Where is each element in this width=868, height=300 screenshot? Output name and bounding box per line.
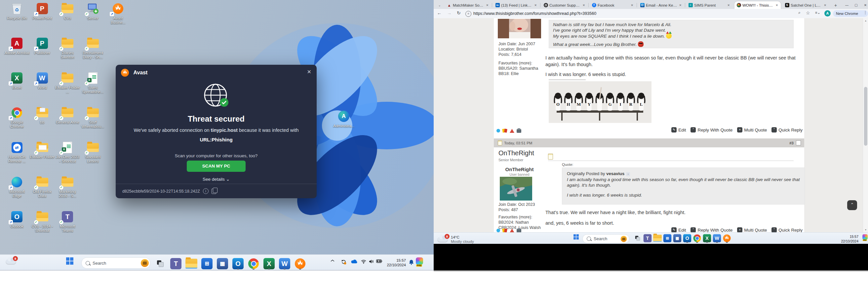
bookmark-star-icon[interactable]: ☆ (806, 10, 810, 15)
taskbar-search-input[interactable]: Search (582, 234, 629, 243)
taskbar-word-button[interactable]: W (279, 257, 290, 270)
taskbar-chrome-button[interactable] (248, 257, 259, 270)
scrollbar-down-arrow[interactable]: ▼ (863, 229, 868, 231)
taskbar-outlook-button[interactable]: O (682, 233, 693, 243)
desktop-icon-jan-dec-2023-shortcut[interactable]: X✓Jan-Dec 2023 - Shortcut (55, 141, 80, 164)
desktop-icon-emailer-folder[interactable]: ✓EMailer Folder ... (55, 71, 80, 94)
desktop-icon-adobe-acrobat[interactable]: A↗Adobe Acrobat (4, 37, 29, 55)
ip-log-icon[interactable] (517, 129, 521, 133)
desktop-icon-microsoft-teams[interactable]: T✓Microsoft Teams (55, 210, 80, 233)
taskbar-excel-button[interactable]: X (264, 257, 275, 270)
search-highlight-icon[interactable] (141, 259, 149, 267)
desktop-icon-staff-whereabou[interactable]: ✓Staff Whereabou... (80, 106, 105, 129)
notification-bell-icon[interactable] (408, 259, 414, 265)
quick-reply-button[interactable]: “Quick Reply (772, 127, 803, 132)
taskbar-taskview-button[interactable] (632, 233, 643, 243)
zoom-icon[interactable]: ⌕ (798, 10, 801, 15)
window-close-button[interactable]: ✕ (861, 1, 868, 9)
infraction-cards-icon[interactable] (502, 228, 507, 232)
desktop-icon-cvs[interactable]: ✓CVs (55, 2, 80, 21)
taskbar-avast-button[interactable] (294, 257, 306, 270)
copy-icon[interactable] (212, 189, 216, 194)
window-maximize-button[interactable]: ▢ (852, 1, 860, 9)
taskbar-avast-button[interactable] (721, 233, 733, 243)
sync-update-icon[interactable] (341, 259, 346, 265)
forward-icon[interactable]: → (447, 10, 452, 15)
desktop-icon-microsoft-edge[interactable]: ↗Microsoft Edge (4, 175, 29, 198)
desktop-icon-general-anne[interactable]: ✓General Anne (55, 106, 80, 125)
scan-my-pc-button[interactable]: SCAN MY PC (187, 161, 246, 172)
weather-widget[interactable]: 8 (6, 259, 16, 264)
wifi-icon[interactable] (361, 259, 366, 264)
edit-button[interactable]: ✎Edit (671, 127, 686, 132)
copilot-button[interactable]: PRE (861, 233, 868, 240)
desktop-icon-outlook[interactable]: O↗Outlook (4, 210, 29, 229)
desktop-icon-diaries-swinton[interactable]: ✓Diaries Swinton (55, 37, 80, 60)
desktop-icon-marketing-2016-s[interactable]: ✓Marketing 2016 - S... (55, 175, 80, 198)
browser-tab-email-anne-kelleher-o[interactable]: OEmail - Anne Kelleher - O✕ (638, 1, 684, 9)
browser-tab-wow-thisisbigbrothe[interactable]: WOW!!! - ThisisBigBrothe✕ (735, 1, 781, 9)
desktop-icon-avast-busine[interactable]: ↗Avast Busine... (105, 2, 130, 25)
desktop-icon-cvs-2014-shortcut[interactable]: ✓CVs - 2014 - Shortcut (30, 210, 55, 233)
taskbar-store-button[interactable]: ⊞ (201, 257, 213, 270)
taskbar-teams-button[interactable]: T (170, 257, 182, 270)
post1-avatar[interactable] (498, 19, 541, 38)
report-post-icon[interactable] (510, 229, 514, 233)
view-post-icon[interactable]: › (626, 172, 630, 176)
tab-search-chevron-icon[interactable]: ⌄ (436, 1, 443, 9)
taskbar-search-input[interactable]: Search (81, 257, 150, 269)
post2-username[interactable]: OnTheRight (498, 149, 534, 157)
multi-quote-button[interactable]: +Multi Quote (737, 227, 767, 232)
desktop-icon-recycle-bin[interactable]: ♻Recycle Bin (4, 2, 29, 21)
browser-tab-satchel-one-learning-pl[interactable]: SSatchel One | Learning pl✕ (783, 1, 829, 9)
tab-close-icon[interactable]: ✕ (582, 4, 586, 7)
browser-tab-sims-parent[interactable]: ≡SIMS Parent✕ (686, 1, 733, 9)
tab-close-icon[interactable]: ✕ (823, 4, 827, 7)
multiquote-checkbox[interactable] (796, 140, 801, 145)
quote-origin-user[interactable]: vesavius (606, 171, 624, 176)
chevron-up-icon[interactable] (331, 259, 335, 262)
report-post-icon[interactable] (510, 129, 514, 133)
start-button[interactable] (572, 233, 580, 240)
site-info-icon[interactable]: ≡ (465, 11, 471, 17)
new-tab-button[interactable]: + (832, 1, 839, 9)
desktop-icon-administra[interactable]: AAdministra... (331, 110, 356, 128)
reply-with-quote-button[interactable]: “Reply With Quote (690, 227, 733, 232)
taskbar-calculator-button[interactable]: ▦ (672, 233, 683, 243)
taskbar-explorer-button[interactable] (652, 233, 663, 243)
reload-icon[interactable]: ↻ (457, 10, 461, 15)
weather-widget[interactable]: 814°CMostly cloudy (438, 235, 474, 244)
battery-icon[interactable] (376, 259, 382, 263)
volume-icon[interactable] (369, 259, 374, 264)
taskbar-chrome-button[interactable] (691, 233, 703, 243)
close-icon[interactable]: ✕ (307, 69, 311, 75)
browser-tab-facebook[interactable]: fFacebook✕ (590, 1, 636, 9)
back-icon[interactable]: ← (437, 10, 442, 15)
desktop-icon-old-firefox-data[interactable]: ✓Old Firefox Data (30, 175, 55, 198)
browser-tab-13-feed-linkedin[interactable]: in(13) Feed | LinkedIn✕ (493, 1, 539, 9)
tab-close-icon[interactable]: ✕ (485, 4, 489, 7)
taskbar-teams-button[interactable]: T (642, 233, 653, 243)
reading-list-icon[interactable]: ≡⌄ (815, 10, 820, 15)
desktop-icon-bb[interactable]: ✓bb (30, 106, 55, 125)
post2-avatar[interactable] (500, 177, 532, 201)
post-number[interactable]: #3 (789, 141, 794, 145)
taskbar-clock[interactable]: 15:5722/10/2024 (832, 234, 859, 243)
desktop-icon-word[interactable]: W↗Word (30, 71, 55, 90)
desktop-icon-server[interactable]: ✓Server (80, 2, 105, 21)
taskbar-taskview-button[interactable] (155, 257, 166, 270)
browser-tab-customer-support-admi[interactable]: Customer Support Admi✕ (541, 1, 588, 9)
copilot-button[interactable]: PRE (416, 257, 423, 265)
taskbar-store-button[interactable]: ⊞ (662, 233, 673, 243)
scroll-to-top-button[interactable]: ⌃ (847, 200, 857, 210)
browser-scrollbar[interactable]: ▲ ▼ (863, 18, 868, 232)
edit-button[interactable]: ✎Edit (671, 227, 686, 232)
desktop-icon-emailer-folder[interactable]: ✓EMailer Folder (30, 141, 55, 159)
scrollbar-up-arrow[interactable]: ▲ (863, 20, 868, 22)
start-button[interactable] (66, 257, 73, 265)
taskbar-outlook-button[interactable]: O (232, 257, 244, 270)
tab-close-icon[interactable]: ✕ (533, 4, 537, 7)
taskbar-calculator-button[interactable]: ▦ (217, 257, 228, 270)
desktop-icon-publisher[interactable]: P↗Publisher (30, 37, 55, 55)
reply-with-quote-button[interactable]: “Reply With Quote (690, 127, 733, 132)
